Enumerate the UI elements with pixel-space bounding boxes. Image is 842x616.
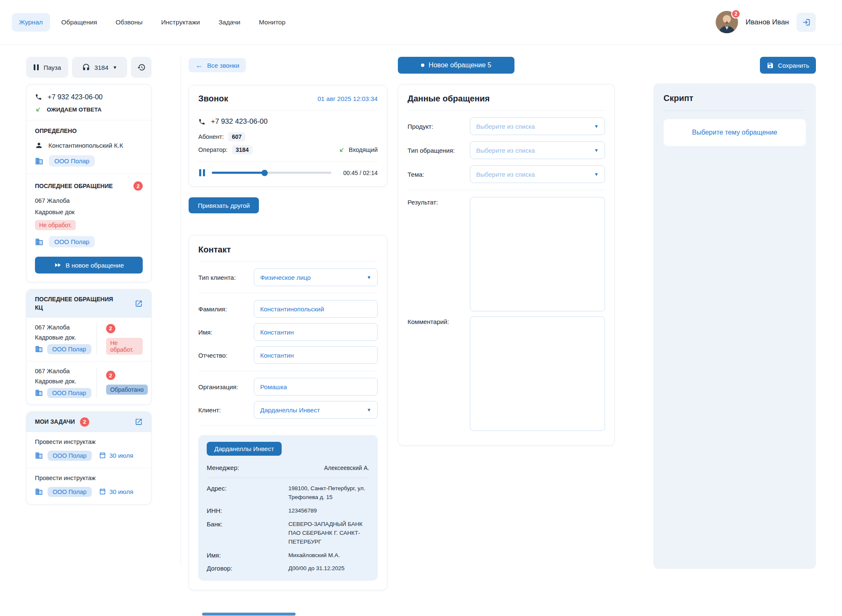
organization-row: Организация: [198,378,378,396]
new-appeal-button[interactable]: Новое обращение 5 [398,57,514,74]
client-select[interactable]: Дарданеллы Инвест ▼ [254,401,378,419]
client-name-button[interactable]: Дарданеллы Инвест [207,442,282,456]
chevron-down-icon: ▼ [594,172,599,177]
kc-item-org-row: ООО Полар [35,388,91,398]
organization-field[interactable] [254,378,378,396]
info-value: СЕВЕРО-ЗАПАДНЫЙ БАНК ПАО СБЕРБАНК Г. САН… [288,520,369,547]
save-button[interactable]: Сохранить [760,57,816,74]
info-value: Михайловский М.А. [288,551,369,560]
theme-row: Тема: Выберите из списка ▼ [408,165,605,183]
pause-icon [33,64,39,71]
divider [198,261,378,262]
status-badge: Не обработ. [106,338,143,355]
info-label: ИНН: [207,507,261,515]
bind-another-button[interactable]: Привязать другой [189,197,259,213]
call-status: ОЖИДАЕМ ОТВЕТА [35,106,143,113]
task-item[interactable]: Провести инструктаж ООО Полар 30 июля [27,432,151,468]
horizontal-scrollbar-thumb[interactable] [202,613,296,616]
logout-icon [802,18,810,27]
appeal-code: 067 Жалоба [35,197,143,204]
client-row: Клиент: Дарданеллы Инвест ▼ [198,401,378,419]
surname-label: Фамилия: [198,305,254,313]
column-divider [181,57,181,566]
pause-playback-button[interactable] [198,168,206,177]
identified-org-row: ООО Полар [35,155,143,167]
pause-button[interactable]: Пауза [26,57,68,78]
playback-track[interactable] [212,172,331,174]
product-select[interactable]: Выберите из списка ▼ [470,117,605,135]
identified-heading: ОПРЕДЕЛЕНО [35,127,143,134]
divider [27,120,151,120]
comment-label: Комментарий: [408,316,470,325]
kc-item-topic: Кадровые док. [35,334,91,341]
theme-select[interactable]: Выберите из списка ▼ [470,165,605,183]
nav-item-briefings[interactable]: Инструктажи [154,13,207,32]
extension-selector[interactable]: 3184 ▼ [72,57,127,78]
nav-item-appeals[interactable]: Обращения [54,13,104,32]
info-value: 198100, Санкт-Петербург, ул. Трефолева д… [288,484,369,502]
client-value: Дарданеллы Инвест [260,406,320,414]
caller-phone-number: +7 932 423-06-00 [48,93,103,101]
call-history-button[interactable] [131,57,152,78]
kc-item-count-badge: 2 [106,371,115,380]
nav-item-monitor[interactable]: Монитор [252,13,293,32]
phone-icon [35,93,42,101]
operator-label: Оператор: [198,146,228,153]
org-badge[interactable]: ООО Полар [49,155,95,167]
task-title: Провести инструктаж [35,475,143,481]
manager-row: Менеджер: Алексеевский А. [207,464,369,471]
user-zone: 2 Иванов Иван [716,11,816,33]
org-badge: ООО Полар [48,451,92,461]
identified-person-name: Константинопольский К.К [48,142,123,149]
kc-appeal-item[interactable]: 067 Жалоба Кадровые док. ООО Полар 2 Не … [27,318,151,361]
task-item[interactable]: Провести инструктаж ООО Полар 30 июля [27,468,151,504]
fast-forward-icon [54,261,61,269]
appeal-type-select[interactable]: Выберите из списка ▼ [470,141,605,159]
appeal-card-title: Данные обращения [408,94,490,103]
status-badge: Обработано [106,385,148,395]
back-to-calls-button[interactable]: ← Все звонки [189,58,246,72]
comment-textarea[interactable] [470,316,605,431]
first-name-field[interactable] [254,323,378,341]
result-textarea[interactable] [470,197,605,311]
appeal-type-label: Тип обращения: [408,147,470,154]
first-name-label: Имя: [198,329,254,336]
task-meta: ООО Полар 30 июля [35,451,143,461]
user-name: Иванов Иван [746,18,789,27]
external-link-icon[interactable] [135,418,143,426]
history-icon [137,63,146,72]
extension-value: 3184 [94,64,108,71]
client-type-select[interactable]: Физическое лицо ▼ [254,268,378,286]
kc-item-info: 067 Жалоба Кадровые док. ООО Полар [35,324,91,355]
divider [207,478,369,478]
headset-icon [82,64,90,72]
playback-thumb[interactable] [261,170,268,176]
avatar[interactable]: 2 [716,11,738,33]
patronymic-field[interactable] [254,346,378,364]
appeal-topic: Кадровые док [35,209,143,215]
call-direction-label: Входящий [349,146,378,153]
kc-appeal-item[interactable]: 067 Жалоба Кадровые док. ООО Полар 2 Обр… [27,361,151,404]
building-icon [35,389,43,397]
divider [663,110,806,111]
to-new-appeal-button[interactable]: В новое обращение [35,257,143,273]
logout-button[interactable] [797,13,816,32]
nav-item-journal[interactable]: Журнал [12,13,50,32]
nav-item-tasks[interactable]: Задачи [211,13,248,32]
call-card-header: Звонок 01 авг 2025 12:03:34 [198,94,378,104]
surname-field[interactable] [254,300,378,318]
notification-badge: 2 [731,9,741,19]
nav-item-callouts[interactable]: Обзвоны [109,13,150,32]
external-link-icon[interactable] [135,300,143,308]
dot-icon [421,64,424,67]
patronymic-label: Отчество: [198,352,254,359]
kc-item-status-col: 2 Не обработ. [96,324,143,355]
result-row: Результат: [408,197,605,311]
info-label: Адрес: [207,484,261,502]
task-title: Провести инструктаж [35,438,143,445]
appeal-org-row: ООО Полар [35,236,143,247]
product-placeholder: Выберите из списка [476,123,535,130]
org-badge[interactable]: ООО Полар [49,236,95,247]
incoming-arrow-icon [35,106,41,113]
patronymic-row: Отчество: [198,346,378,364]
